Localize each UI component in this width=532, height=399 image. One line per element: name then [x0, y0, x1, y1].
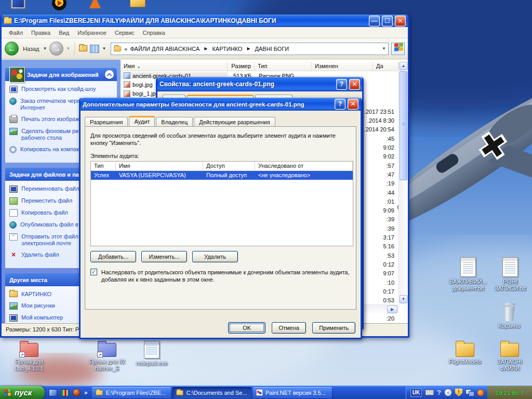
antivirus-tray-icon[interactable] [477, 389, 484, 396]
apply-button[interactable]: Применить [312, 322, 355, 334]
help-button[interactable]: ? [335, 99, 345, 110]
forward-dropdown-caret[interactable]: ▼ [66, 46, 70, 51]
taskbar-item-documents[interactable]: C:\Documents and Se... [172, 387, 251, 398]
audit-entry-row-selected[interactable]: Успех VASYA (USERPC\VASYA) Полный доступ… [91, 171, 353, 180]
edit-button[interactable]: Изменить... [141, 251, 187, 262]
tab-owner[interactable]: Владелец [156, 117, 193, 126]
desktop-icon-flightmodels[interactable]: FlightModels [443, 343, 487, 365]
quicklaunch-overflow-chevron[interactable]: » [84, 389, 88, 396]
desktop-icon-rizni-zapysy[interactable]: РІЗНІ ЗАПИСИ.txt [489, 257, 531, 292]
column-header-modified[interactable]: Изменен [312, 62, 373, 71]
folder-icon-top[interactable] [130, 0, 145, 7]
task-slideshow[interactable]: Просмотреть как слайд-шоу [9, 86, 113, 93]
ok-button[interactable]: OK [228, 322, 265, 334]
properties-dialog-titlebar[interactable]: Свойства: ancient-greek-cards-01.png ? ✕ [157, 77, 362, 91]
taskbar-item-explorer-e[interactable]: E:\Program Files\ZBE... [92, 387, 171, 398]
file-time: 0:53 [364, 296, 394, 305]
quicklaunch-media-icon[interactable] [61, 389, 69, 396]
folder-icon [9, 291, 18, 297]
help-button[interactable]: ? [336, 79, 347, 90]
desktop-icon-label: notepad.exe [136, 360, 168, 367]
file-time: .2014 8:30 [364, 116, 394, 125]
scrollbar-thumb[interactable] [400, 71, 407, 180]
views-dropdown-caret[interactable]: ▼ [102, 46, 106, 51]
column-header-size[interactable]: Размер [228, 62, 255, 71]
start-button[interactable]: пуск [0, 386, 45, 399]
text-file-icon [460, 257, 476, 277]
close-button[interactable]: ✕ [348, 99, 358, 110]
keyboard-icon[interactable] [425, 390, 434, 395]
taskbar-item-paintnet[interactable]: Paint.NET версия 3.5... [253, 387, 332, 398]
menu-item[interactable]: Файл [5, 30, 27, 36]
views-button[interactable] [90, 45, 99, 53]
breadcrumb-segment[interactable]: ФАЙЛИ ДЛЯ ABIACKIHCA [130, 46, 200, 52]
file-time: 0:17 [364, 287, 394, 296]
menu-item[interactable]: Правка [27, 30, 55, 36]
file-time: :19 [364, 179, 394, 188]
minimize-button[interactable]: — [369, 16, 380, 26]
computer-icon [9, 314, 18, 322]
scroll-down-icon[interactable]: ▼ [400, 295, 407, 303]
rename-icon [9, 185, 18, 193]
language-indicator[interactable]: UK [410, 389, 422, 397]
help-tray-icon[interactable]: ? [437, 389, 441, 396]
file-time: .2014 20:54 [364, 125, 394, 134]
security-dialog-titlebar[interactable]: Дополнительные параметры безопасности дл… [81, 98, 361, 111]
forward-button[interactable]: → [49, 42, 63, 56]
close-button[interactable]: ✕ [395, 16, 406, 26]
security-shield-icon[interactable]: ! [455, 389, 462, 396]
address-bar[interactable]: « ФАЙЛИ ДЛЯ ABIACKIHCA ▶ КАРТИНКО ▶ ДАВН… [111, 43, 389, 55]
desktop-icon-shortcut-il2[interactable]: ↗ Ярлык для Il2 hasher_E [82, 343, 132, 372]
my-computer-icon[interactable] [10, 0, 26, 9]
column-header-name[interactable]: Имя▲ [121, 62, 228, 71]
column-header-type[interactable]: Тип [255, 62, 312, 71]
delete-x-icon: × [9, 251, 18, 259]
back-tray-icon[interactable]: ‹ [444, 389, 452, 396]
scroll-up-icon[interactable]: ▲ [400, 62, 407, 70]
menu-item[interactable]: Справка [139, 30, 169, 36]
quicklaunch-browser-icon[interactable] [73, 389, 81, 396]
desktop-icon-important-doc[interactable]: ВАЖЛИВИЙ... документ.txt [446, 257, 490, 292]
address-folder-icon [114, 46, 121, 51]
file-time: :45 [364, 135, 394, 143]
menu-item[interactable]: Избранное [73, 30, 111, 36]
desktop-icon-shortcut-lab[interactable]: ↗ Ярлык для Lab_4.10.1 [5, 343, 53, 372]
quicklaunch-desktop-icon[interactable] [49, 389, 57, 396]
close-button[interactable]: ✕ [349, 79, 360, 90]
breadcrumb-segment[interactable]: КАРТИНКО [212, 46, 242, 52]
tab-audit[interactable]: Аудит [129, 116, 155, 127]
menu-bar: ФайлПравкаВидИзбранноеСервисСправка [2, 27, 408, 38]
tab-permissions[interactable]: Разрешения [85, 117, 128, 126]
scroll-right-icon[interactable]: ▶ [387, 305, 397, 313]
inherit-checkbox[interactable]: ✓ [90, 269, 97, 275]
column-header-date[interactable]: Да [373, 62, 398, 71]
add-button[interactable]: Добавить... [90, 251, 136, 262]
breadcrumb-segment[interactable]: ДАВНІ БОГИ [255, 46, 289, 52]
back-dropdown-caret[interactable]: ▼ [43, 46, 47, 51]
tab-effective-permissions[interactable]: Действующие разрешения [194, 117, 275, 126]
up-folder-button[interactable]: ↑ [79, 45, 87, 52]
desktop-icon-notepad[interactable]: notepad.exe [131, 341, 172, 367]
recycle-bin-icon[interactable]: Корзина [488, 303, 530, 329]
advanced-security-dialog: Дополнительные параметры безопасности дл… [79, 98, 362, 339]
menu-item[interactable]: Вид [55, 30, 73, 36]
media-player-icon[interactable] [52, 0, 66, 10]
panel-image-tasks-header[interactable]: Задачи для изображений [5, 68, 117, 81]
desktop: ВАЖЛИВИЙ... документ.txt РІЗНІ ЗАПИСИ.tx… [0, 0, 532, 399]
network-tray-icon[interactable] [466, 389, 474, 396]
address-dropdown-caret[interactable]: ▼ [382, 46, 386, 51]
window-title: E:\Program Files\ZBEREJENI FAILY\ФАЙЛИ Д… [14, 17, 367, 24]
desktop-icon-zapasni-faily[interactable]: ЗАПАСНІ ФАЙЛИ [489, 343, 530, 372]
collapse-chevron-icon[interactable] [105, 70, 114, 79]
audit-entries-table[interactable]: Тип Имя Доступ Унаследовано от Успех VAS… [90, 161, 353, 246]
windows-logo [394, 43, 404, 51]
vlc-icon[interactable] [89, 0, 101, 8]
menu-item[interactable]: Сервис [111, 30, 139, 36]
maximize-button[interactable]: ☐ [382, 16, 393, 26]
explorer-titlebar[interactable]: E:\Program Files\ZBEREJENI FAILY\ФАЙЛИ Д… [2, 15, 408, 27]
remove-button[interactable]: Удалить [192, 251, 238, 262]
cancel-button[interactable]: Отмена [272, 322, 306, 334]
back-button[interactable]: ← [5, 42, 19, 56]
taskbar-clock[interactable]: 19:21 Вс 7 [487, 386, 532, 399]
vertical-scrollbar[interactable]: ▲ ▼ [398, 62, 408, 303]
